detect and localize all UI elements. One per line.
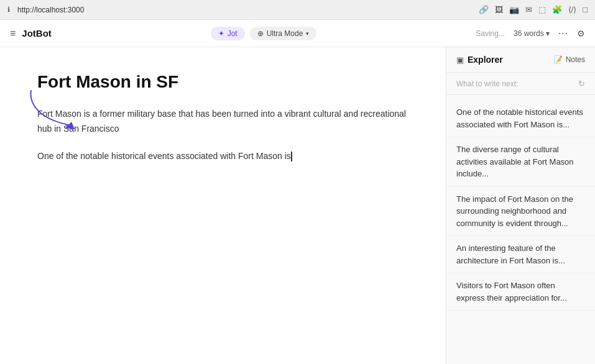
notes-icon: 📝 [553, 55, 563, 64]
editor-paragraph-2: One of the notable historical events ass… [37, 149, 408, 164]
jot-label: Jot [228, 29, 238, 38]
menu-icon[interactable]: ≡ [10, 28, 16, 39]
search-placeholder: What to write next: [456, 80, 518, 88]
main-area: Fort Mason in SF Fort Mason is a former … [0, 47, 595, 364]
grid-icon[interactable]: ⬚ [538, 5, 546, 14]
list-item[interactable]: An interesting feature of the architectu… [446, 236, 595, 273]
toolbar-right: Saving... 36 words ▾ ··· ⚙ [476, 28, 585, 39]
browser-url: http://localhost:3000 [17, 6, 471, 14]
sidebar-search: What to write next: ↻ [446, 73, 595, 95]
sidebar-title-section: ▣ Explorer [456, 55, 503, 65]
suggestion-text: The diverse range of cultural activities… [456, 145, 574, 178]
camera-icon[interactable]: 📷 [509, 5, 519, 14]
square-icon[interactable]: □ [583, 5, 588, 14]
list-item[interactable]: Visitors to Fort Mason often express the… [446, 273, 595, 311]
app-container: ≡ JotBot ✦ Jot ⊕ Ultra Mode ▾ Saving... … [0, 20, 595, 364]
sidebar: ▣ Explorer 📝 Notes What to write next: ↻… [446, 47, 595, 364]
ultra-icon: ⊕ [257, 29, 264, 38]
list-item[interactable]: The impact of Fort Mason on the surround… [446, 187, 595, 237]
jot-icon: ✦ [218, 29, 224, 38]
notes-button[interactable]: 📝 Notes [553, 55, 585, 64]
list-item[interactable]: The diverse range of cultural activities… [446, 137, 595, 187]
chevron-down-icon: ▾ [306, 30, 309, 37]
editor-area[interactable]: Fort Mason in SF Fort Mason is a former … [0, 47, 446, 364]
sidebar-explorer-title: Explorer [468, 55, 503, 65]
list-item[interactable]: One of the notable historical events ass… [446, 100, 595, 137]
saving-status: Saving... [476, 29, 505, 38]
suggestion-text: An interesting feature of the architectu… [456, 243, 565, 265]
annotation-arrow [19, 84, 93, 137]
code-icon[interactable]: ⟨/⟩ [568, 5, 577, 14]
app-name: JotBot [22, 28, 52, 39]
jot-button[interactable]: ✦ Jot [211, 27, 245, 40]
browser-icons: 🔗 🖼 📷 ✉ ⬚ 🧩 ⟨/⟩ □ [479, 5, 588, 14]
puzzle-icon[interactable]: 🧩 [552, 5, 562, 14]
sidebar-header: ▣ Explorer 📝 Notes [446, 47, 595, 73]
word-count-chevron: ▾ [546, 29, 550, 38]
word-count-value: 36 words [514, 29, 544, 38]
sidebar-suggestions-list: One of the notable historical events ass… [446, 95, 595, 364]
toolbar-left: ≡ JotBot [10, 28, 52, 39]
suggestion-text: The impact of Fort Mason on the surround… [456, 194, 573, 228]
toolbar-center: ✦ Jot ⊕ Ultra Mode ▾ [59, 27, 468, 40]
link-icon[interactable]: 🔗 [479, 5, 489, 14]
suggestion-text: Visitors to Fort Mason often express the… [456, 281, 567, 303]
more-button[interactable]: ··· [558, 28, 568, 39]
mail-icon[interactable]: ✉ [525, 5, 532, 14]
explorer-icon: ▣ [456, 55, 464, 65]
svg-marker-0 [65, 122, 75, 129]
refresh-icon[interactable]: ↻ [578, 79, 585, 88]
word-count[interactable]: 36 words ▾ [514, 29, 550, 38]
browser-bar: ℹ http://localhost:3000 🔗 🖼 📷 ✉ ⬚ 🧩 ⟨/⟩ … [0, 0, 595, 20]
notes-label: Notes [566, 55, 585, 64]
settings-button[interactable]: ⚙ [577, 29, 585, 39]
text-cursor [291, 152, 292, 162]
browser-favicon: ℹ [7, 6, 10, 14]
image-icon[interactable]: 🖼 [495, 5, 503, 14]
ultra-label: Ultra Mode [267, 29, 303, 38]
suggestion-text: One of the notable historical events ass… [456, 107, 583, 129]
toolbar: ≡ JotBot ✦ Jot ⊕ Ultra Mode ▾ Saving... … [0, 20, 595, 47]
ultra-mode-button[interactable]: ⊕ Ultra Mode ▾ [250, 27, 317, 40]
